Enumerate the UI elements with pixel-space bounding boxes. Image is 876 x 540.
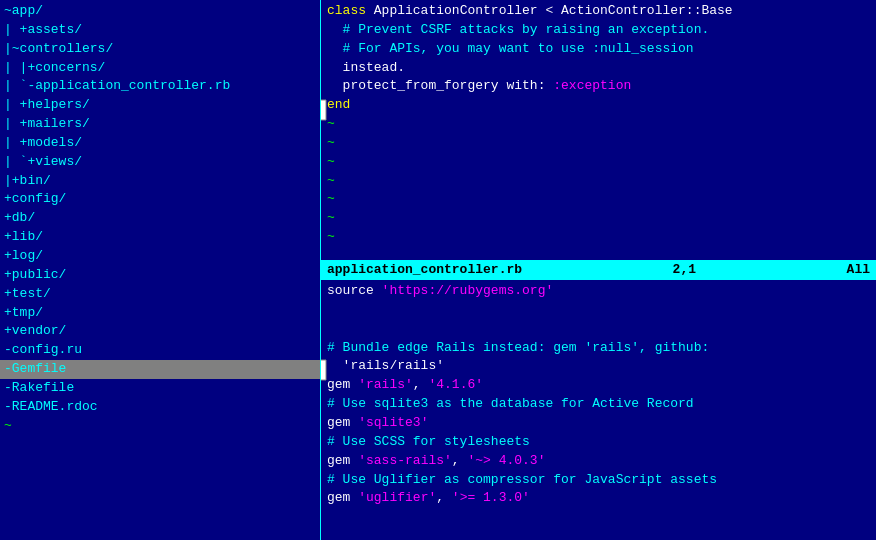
code-line: end xyxy=(327,96,870,115)
code-line: source 'https://rubygems.org' xyxy=(327,282,870,301)
code-line: # Use SCSS for stylesheets xyxy=(327,433,870,452)
status-position: 2,1 xyxy=(673,261,696,279)
code-line: gem 'sass-rails', '~> 4.0.3' xyxy=(327,452,870,471)
tree-line[interactable]: +log/ xyxy=(0,247,320,266)
tree-line[interactable]: -README.rdoc xyxy=(0,398,320,417)
tree-line[interactable]: |+bin/ xyxy=(0,172,320,191)
code-line: ~ xyxy=(327,134,870,153)
tree-line[interactable]: ~ xyxy=(0,417,320,436)
code-line: instead. xyxy=(327,59,870,78)
status-bar: application_controller.rb 2,1 All xyxy=(321,260,876,280)
code-line: # Use Uglifier as compressor for JavaScr… xyxy=(327,471,870,490)
code-line: gem 'rails', '4.1.6' xyxy=(327,376,870,395)
code-line: ~ xyxy=(327,172,870,191)
code-line: ~ xyxy=(327,228,870,247)
tree-line[interactable]: -Gemfile xyxy=(0,360,320,379)
code-line: protect_from_forgery with: :exception xyxy=(327,77,870,96)
tree-line[interactable]: +public/ xyxy=(0,266,320,285)
tree-line[interactable]: -Rakefile xyxy=(0,379,320,398)
code-line: ~ xyxy=(327,190,870,209)
tree-line[interactable]: +config/ xyxy=(0,190,320,209)
code-line: ~ xyxy=(327,115,870,134)
code-line: # Bundle edge Rails instead: gem 'rails'… xyxy=(327,339,870,358)
code-line xyxy=(327,301,870,320)
tree-line[interactable]: | +assets/ xyxy=(0,21,320,40)
top-code-panel: class ApplicationController < ActionCont… xyxy=(321,0,876,260)
tree-line[interactable]: +tmp/ xyxy=(0,304,320,323)
code-line: ~ xyxy=(327,209,870,228)
tree-line[interactable]: | +mailers/ xyxy=(0,115,320,134)
tree-line[interactable]: +lib/ xyxy=(0,228,320,247)
tree-line[interactable]: +db/ xyxy=(0,209,320,228)
code-line: # Use sqlite3 as the database for Active… xyxy=(327,395,870,414)
tree-line[interactable]: +vendor/ xyxy=(0,322,320,341)
status-filename: application_controller.rb xyxy=(327,261,522,279)
file-tree-panel: ~app/| +assets/|~controllers/| |+concern… xyxy=(0,0,320,540)
code-line: gem 'uglifier', '>= 1.3.0' xyxy=(327,489,870,508)
tree-line[interactable]: | `-application_controller.rb xyxy=(0,77,320,96)
tilde-char: ~ xyxy=(4,418,12,433)
code-line: gem 'sqlite3' xyxy=(327,414,870,433)
code-line: # For APIs, you may want to use :null_se… xyxy=(327,40,870,59)
bottom-code-panel: source 'https://rubygems.org' # Bundle e… xyxy=(321,280,876,540)
code-line: 'rails/rails' xyxy=(327,357,870,376)
svg-marker-1 xyxy=(321,345,326,395)
tree-line[interactable]: |~controllers/ xyxy=(0,40,320,59)
tree-line[interactable]: | +helpers/ xyxy=(0,96,320,115)
tree-line[interactable]: | |+concerns/ xyxy=(0,59,320,78)
tree-line[interactable]: -config.ru xyxy=(0,341,320,360)
code-line: class ApplicationController < ActionCont… xyxy=(327,2,870,21)
right-panel: class ApplicationController < ActionCont… xyxy=(320,0,876,540)
svg-marker-0 xyxy=(321,85,326,135)
tree-line[interactable]: +test/ xyxy=(0,285,320,304)
tree-line[interactable]: | +models/ xyxy=(0,134,320,153)
status-flag: All xyxy=(847,261,870,279)
tree-line[interactable]: | `+views/ xyxy=(0,153,320,172)
tree-line[interactable]: ~app/ xyxy=(0,2,320,21)
code-line: ~ xyxy=(327,153,870,172)
code-line xyxy=(327,320,870,339)
main-container: ~app/| +assets/|~controllers/| |+concern… xyxy=(0,0,876,540)
code-line: # Prevent CSRF attacks by raising an exc… xyxy=(327,21,870,40)
